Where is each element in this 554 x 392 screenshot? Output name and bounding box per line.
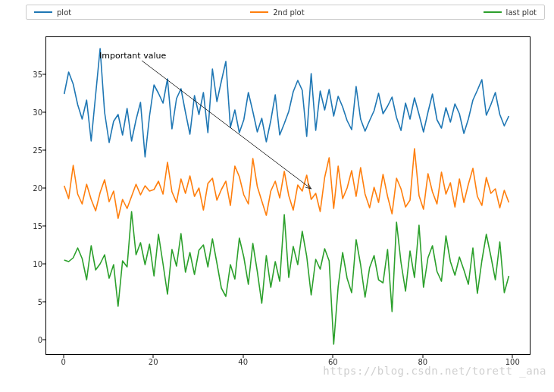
ytick-label: 10 [24,260,42,268]
ytick-label: 20 [24,184,42,193]
legend-swatch-plot [34,11,52,13]
ytick-label: 30 [24,108,42,117]
xtick-label: 60 [328,358,338,366]
annotation-text: Important value [99,51,166,61]
annotation-arrow [142,61,311,189]
ytick-mark [42,302,45,303]
legend-label-2nd-plot: 2nd plot [273,8,304,17]
plot-svg [46,37,531,356]
legend-entry-last-plot: last plot [484,8,537,17]
legend-label-last-plot: last plot [506,8,537,17]
watermark: https://blog.csdn.net/torett _ana [323,365,546,377]
legend-label-plot: plot [57,8,71,17]
xtick-label: 20 [149,358,158,366]
ytick-mark [42,340,45,340]
legend-entry-plot: plot [34,8,71,17]
xtick-label: 80 [418,358,427,366]
xtick-mark [422,355,423,358]
figure: plot 2nd plot last plot 05101520253035 0… [0,0,554,392]
ytick-label: 0 [24,336,42,344]
ytick-label: 25 [24,146,42,155]
ytick-mark [42,188,45,189]
series-last-plot [64,212,509,344]
ytick-label: 5 [24,298,42,306]
xtick-mark [153,355,154,358]
xtick-label: 100 [505,358,520,366]
legend-entry-2nd-plot: 2nd plot [250,8,304,17]
ytick-mark [42,264,45,265]
ytick-label: 35 [24,71,42,79]
xtick-mark [63,355,64,358]
series-2nd-plot [64,149,509,218]
series-plot [64,49,509,157]
ytick-mark [42,226,45,227]
ytick-mark [42,112,45,113]
legend-swatch-last-plot [484,11,502,13]
xtick-label: 0 [61,358,66,366]
ytick-label: 15 [24,222,42,230]
axes [45,36,531,355]
ytick-mark [42,74,45,75]
legend: plot 2nd plot last plot [26,5,545,20]
xtick-mark [243,355,243,358]
ytick-mark [42,150,45,151]
legend-swatch-2nd-plot [250,11,268,13]
xtick-mark [333,355,333,358]
xtick-mark [512,355,513,358]
xtick-label: 40 [238,358,248,366]
